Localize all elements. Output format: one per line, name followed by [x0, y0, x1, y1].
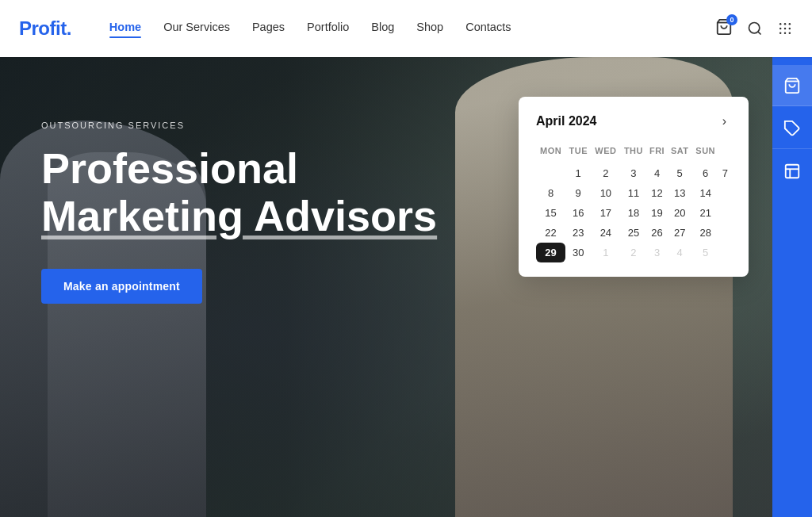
calendar-month-year: April 2024 [536, 114, 596, 128]
cal-day-13[interactable]: 13 [668, 183, 692, 203]
cal-header-sun: SUN [692, 143, 719, 163]
main-nav: Home Our Services Pages Portfolio Blog S… [109, 21, 715, 36]
cal-day-3[interactable]: 3 [620, 163, 646, 183]
svg-point-8 [779, 33, 782, 35]
grid-icon [777, 21, 793, 36]
cal-day-15[interactable]: 15 [536, 203, 565, 223]
calendar-week-4: 293012345 [536, 243, 731, 262]
cal-day-12[interactable]: 12 [646, 183, 667, 203]
cal-day-24[interactable]: 24 [591, 223, 620, 243]
cal-day-19[interactable]: 19 [646, 203, 667, 223]
calendar-week-0: 1234567 [536, 163, 731, 183]
cal-day-8[interactable]: 8 [536, 183, 565, 203]
logo-text: Profit [19, 17, 67, 39]
cal-day-5[interactable]: 5 [692, 243, 719, 262]
nav-our-services[interactable]: Our Services [163, 21, 230, 36]
nav-blog[interactable]: Blog [371, 21, 394, 36]
cal-day-25[interactable]: 25 [620, 223, 646, 243]
nav-portfolio[interactable]: Portfolio [307, 21, 349, 36]
svg-point-10 [789, 33, 791, 35]
calendar-week-1: 891011121314 [536, 183, 731, 203]
header: Profit. Home Our Services Pages Portfoli… [0, 0, 812, 57]
sidebar-tag-button[interactable] [772, 108, 812, 149]
cart-badge: 0 [726, 14, 737, 25]
calendar-grid: MON TUE WED THU FRI SAT SUN 123456789101… [536, 143, 731, 262]
search-icon [747, 21, 763, 36]
svg-point-2 [779, 23, 782, 25]
apps-button[interactable] [777, 21, 793, 36]
cal-day-2[interactable]: 2 [591, 163, 620, 183]
cal-day-6[interactable]: 6 [692, 163, 719, 183]
svg-point-5 [779, 28, 782, 30]
nav-contacts[interactable]: Contacts [465, 21, 511, 36]
svg-point-4 [789, 23, 791, 25]
svg-point-6 [784, 28, 787, 30]
hero-title: Professional Marketing Advisors [41, 144, 437, 240]
cal-day-2[interactable]: 2 [620, 243, 646, 262]
hero-title-line2: Marketing Advisors [41, 192, 437, 239]
nav-pages[interactable]: Pages [252, 21, 285, 36]
cart-button[interactable]: 0 [715, 18, 733, 39]
calendar-header: April 2024 › [536, 113, 731, 130]
cal-day-10[interactable]: 10 [591, 183, 620, 203]
svg-point-7 [789, 28, 791, 30]
nav-home[interactable]: Home [109, 21, 141, 36]
calendar-day-headers: MON TUE WED THU FRI SAT SUN [536, 143, 731, 163]
cal-day-9[interactable]: 9 [565, 183, 591, 203]
cal-day-4[interactable]: 4 [668, 243, 692, 262]
cal-day-16[interactable]: 16 [565, 203, 591, 223]
hero-tag: Outsourcing Services [41, 121, 437, 130]
cal-day-27[interactable]: 27 [668, 223, 692, 243]
cal-day-3[interactable]: 3 [646, 243, 667, 262]
cal-day-23[interactable]: 23 [565, 223, 591, 243]
cal-day-26[interactable]: 26 [646, 223, 667, 243]
cal-empty [536, 163, 565, 183]
header-icons: 0 [715, 18, 793, 39]
svg-rect-13 [786, 165, 799, 178]
cal-day-30[interactable]: 30 [565, 243, 591, 262]
cal-day-28[interactable]: 28 [692, 223, 719, 243]
logo[interactable]: Profit. [19, 17, 71, 40]
cal-day-4[interactable]: 4 [646, 163, 667, 183]
sidebar-cart-icon [783, 77, 801, 94]
sidebar-layout-icon [783, 163, 801, 180]
hero-title-line1: Professional [41, 144, 298, 192]
svg-point-1 [749, 23, 760, 33]
svg-point-9 [784, 33, 787, 35]
cal-day-7[interactable]: 7 [719, 163, 731, 183]
cal-day-18[interactable]: 18 [620, 203, 646, 223]
svg-point-3 [784, 23, 787, 25]
cal-day-21[interactable]: 21 [692, 203, 719, 223]
logo-dot: . [67, 17, 71, 39]
cal-day-11[interactable]: 11 [620, 183, 646, 203]
cal-day-22[interactable]: 22 [536, 223, 565, 243]
cal-day-20[interactable]: 20 [668, 203, 692, 223]
calendar-week-3: 22232425262728 [536, 223, 731, 243]
cal-day-17[interactable]: 17 [591, 203, 620, 223]
right-sidebar [772, 57, 812, 517]
calendar-next-button[interactable]: › [718, 113, 731, 130]
cal-day-5[interactable]: 5 [668, 163, 692, 183]
cal-header-thu: THU [620, 143, 646, 163]
cal-header-sat: SAT [668, 143, 692, 163]
cal-day-14[interactable]: 14 [692, 183, 719, 203]
cal-header-mon: MON [536, 143, 565, 163]
cal-day-1[interactable]: 1 [565, 163, 591, 183]
appointment-button[interactable]: Make an appointment [41, 269, 202, 304]
sidebar-cart-button[interactable] [772, 65, 812, 106]
search-button[interactable] [747, 21, 763, 36]
cal-header-wed: WED [591, 143, 620, 163]
sidebar-tag-icon [783, 120, 801, 137]
cal-header-tue: TUE [565, 143, 591, 163]
sidebar-layout-button[interactable] [772, 151, 812, 192]
calendar-popup: April 2024 › MON TUE WED THU FRI SAT SUN… [519, 97, 749, 277]
cal-day-1[interactable]: 1 [591, 243, 620, 262]
cal-day-29[interactable]: 29 [536, 243, 565, 262]
cal-header-fri: FRI [646, 143, 667, 163]
nav-shop[interactable]: Shop [416, 21, 443, 36]
hero-section: Outsourcing Services Professional Market… [0, 57, 812, 517]
calendar-week-2: 15161718192021 [536, 203, 731, 223]
